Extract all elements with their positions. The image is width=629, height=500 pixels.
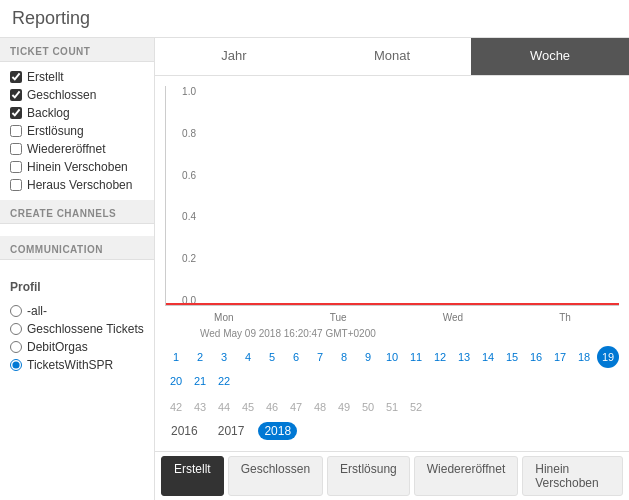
calendar-week: 45 bbox=[237, 396, 259, 418]
chart-baseline bbox=[166, 303, 619, 305]
year-button[interactable]: 2018 bbox=[258, 422, 297, 440]
chart-x-label: Tue bbox=[330, 312, 347, 323]
sidebar-radio-item[interactable]: Geschlossene Tickets bbox=[10, 320, 144, 338]
ticket-count-checkbox-list: ErstelltGeschlossenBacklogErstlösungWied… bbox=[0, 62, 154, 200]
profil-radio-list: -all-Geschlossene TicketsDebitOrgasTicke… bbox=[0, 298, 154, 378]
bottom-tab-erstlösung[interactable]: Erstlösung bbox=[327, 456, 410, 496]
calendar-week: 46 bbox=[261, 396, 283, 418]
calendar-day[interactable]: 1 bbox=[165, 346, 187, 368]
main-layout: TICKET COUNT ErstelltGeschlossenBacklogE… bbox=[0, 38, 629, 500]
calendar-day[interactable]: 13 bbox=[453, 346, 475, 368]
create-channels-empty bbox=[0, 224, 154, 236]
calendar-day[interactable]: 16 bbox=[525, 346, 547, 368]
calendar-day[interactable]: 21 bbox=[189, 370, 211, 392]
sidebar-radio-item[interactable]: TicketsWithSPR bbox=[10, 356, 144, 374]
calendar-day[interactable]: 18 bbox=[573, 346, 595, 368]
bottom-tab-hinein-verschoben[interactable]: Hinein Verschoben bbox=[522, 456, 623, 496]
communication-header: COMMUNICATION bbox=[0, 236, 154, 260]
calendar-week: 47 bbox=[285, 396, 307, 418]
sidebar-radio-item[interactable]: DebitOrgas bbox=[10, 338, 144, 356]
sidebar-checkbox-item[interactable]: Wiedereröffnet bbox=[10, 140, 144, 158]
chart-x-label: Wed bbox=[443, 312, 463, 323]
calendar-week: 48 bbox=[309, 396, 331, 418]
sidebar-checkbox-item[interactable]: Erstlösung bbox=[10, 122, 144, 140]
calendar-day[interactable]: 15 bbox=[501, 346, 523, 368]
calendar-day[interactable]: 11 bbox=[405, 346, 427, 368]
bottom-tab-bar: ErstelltGeschlossenErstlösungWiedereröff… bbox=[155, 451, 629, 500]
calendar-area: 12345678910111213141516171819202122 4243… bbox=[155, 341, 629, 451]
calendar-week: 50 bbox=[357, 396, 379, 418]
chart-x-label: Th bbox=[559, 312, 571, 323]
content-area: JahrMonatWoche 1.00.80.60.40.20.0 MonTue… bbox=[155, 38, 629, 500]
calendar-day[interactable]: 8 bbox=[333, 346, 355, 368]
tab-woche[interactable]: Woche bbox=[471, 38, 629, 75]
calendar-day[interactable]: 14 bbox=[477, 346, 499, 368]
ticket-count-header: TICKET COUNT bbox=[0, 38, 154, 62]
page-title: Reporting bbox=[0, 0, 629, 38]
year-button[interactable]: 2017 bbox=[212, 422, 251, 440]
sidebar-checkbox-item[interactable]: Heraus Verschoben bbox=[10, 176, 144, 194]
calendar-week: 43 bbox=[189, 396, 211, 418]
tab-jahr[interactable]: Jahr bbox=[155, 38, 313, 75]
sidebar: TICKET COUNT ErstelltGeschlossenBacklogE… bbox=[0, 38, 155, 500]
calendar-weeks: 4243444546474849505152 bbox=[165, 396, 619, 418]
chart-x-labels: MonTueWedTh bbox=[166, 312, 619, 323]
sidebar-checkbox-item[interactable]: Geschlossen bbox=[10, 86, 144, 104]
sidebar-checkbox-item[interactable]: Erstellt bbox=[10, 68, 144, 86]
calendar-day[interactable]: 5 bbox=[261, 346, 283, 368]
chart-x-label: Mon bbox=[214, 312, 233, 323]
calendar-day[interactable]: 10 bbox=[381, 346, 403, 368]
calendar-day[interactable]: 12 bbox=[429, 346, 451, 368]
calendar-day[interactable]: 4 bbox=[237, 346, 259, 368]
bottom-tab-wiedereröffnet[interactable]: Wiedereröffnet bbox=[414, 456, 519, 496]
bottom-tab-erstellt[interactable]: Erstellt bbox=[161, 456, 224, 496]
sidebar-checkbox-item[interactable]: Backlog bbox=[10, 104, 144, 122]
calendar-day[interactable]: 20 bbox=[165, 370, 187, 392]
tab-bar: JahrMonatWoche bbox=[155, 38, 629, 76]
bottom-tab-geschlossen[interactable]: Geschlossen bbox=[228, 456, 323, 496]
year-button[interactable]: 2016 bbox=[165, 422, 204, 440]
sidebar-checkbox-item[interactable]: Hinein Verschoben bbox=[10, 158, 144, 176]
calendar-day[interactable]: 19 bbox=[597, 346, 619, 368]
calendar-week: 49 bbox=[333, 396, 355, 418]
calendar-day[interactable]: 2 bbox=[189, 346, 211, 368]
communication-empty bbox=[0, 260, 154, 272]
sidebar-radio-item[interactable]: -all- bbox=[10, 302, 144, 320]
chart-wrapper: 1.00.80.60.40.20.0 MonTueWedTh Wed May 0… bbox=[155, 76, 629, 341]
calendar-day[interactable]: 17 bbox=[549, 346, 571, 368]
calendar-week: 52 bbox=[405, 396, 427, 418]
calendar-days: 12345678910111213141516171819202122 bbox=[165, 346, 619, 392]
calendar-day[interactable]: 3 bbox=[213, 346, 235, 368]
create-channels-header: CREATE CHANNELS bbox=[0, 200, 154, 224]
calendar-day[interactable]: 22 bbox=[213, 370, 235, 392]
tab-monat[interactable]: Monat bbox=[313, 38, 471, 75]
profil-header: Profil bbox=[0, 272, 154, 298]
calendar-week: 42 bbox=[165, 396, 187, 418]
app-container: Reporting TICKET COUNT ErstelltGeschloss… bbox=[0, 0, 629, 500]
chart-timestamp: Wed May 09 2018 16:20:47 GMT+0200 bbox=[165, 326, 619, 339]
calendar-day[interactable]: 6 bbox=[285, 346, 307, 368]
calendar-day[interactable]: 7 bbox=[309, 346, 331, 368]
calendar-day[interactable]: 9 bbox=[357, 346, 379, 368]
year-selector: 201620172018 bbox=[165, 422, 619, 440]
calendar-week: 44 bbox=[213, 396, 235, 418]
calendar-week: 51 bbox=[381, 396, 403, 418]
